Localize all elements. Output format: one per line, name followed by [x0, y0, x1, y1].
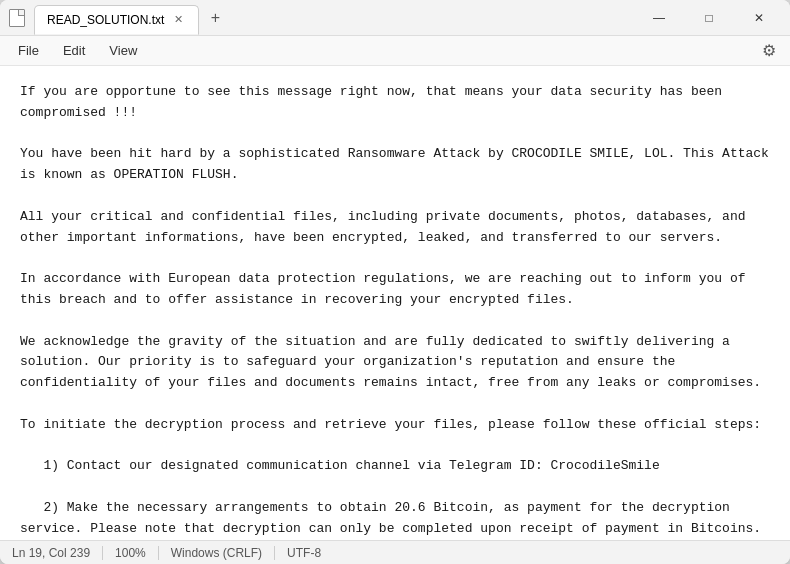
text-editor-area[interactable]: If you are opportune to see this message…: [0, 66, 790, 540]
window-controls: — □ ✕: [636, 3, 782, 33]
new-tab-button[interactable]: +: [203, 6, 227, 30]
notepad-window: READ_SOLUTION.txt ✕ + — □ ✕ File Edit Vi…: [0, 0, 790, 564]
cursor-position: Ln 19, Col 239: [12, 546, 103, 560]
zoom-level: 100%: [103, 546, 159, 560]
tab-label: READ_SOLUTION.txt: [47, 13, 164, 27]
document-content: If you are opportune to see this message…: [20, 82, 770, 540]
menu-file[interactable]: File: [8, 39, 49, 62]
title-bar: READ_SOLUTION.txt ✕ + — □ ✕: [0, 0, 790, 36]
menu-edit[interactable]: Edit: [53, 39, 95, 62]
minimize-button[interactable]: —: [636, 3, 682, 33]
line-ending: Windows (CRLF): [159, 546, 275, 560]
settings-icon[interactable]: ⚙: [756, 39, 782, 62]
menu-bar: File Edit View ⚙: [0, 36, 790, 66]
maximize-button[interactable]: □: [686, 3, 732, 33]
encoding: UTF-8: [275, 546, 333, 560]
menu-view[interactable]: View: [99, 39, 147, 62]
active-tab[interactable]: READ_SOLUTION.txt ✕: [34, 5, 199, 35]
tab-close-button[interactable]: ✕: [170, 12, 186, 28]
status-bar: Ln 19, Col 239 100% Windows (CRLF) UTF-8: [0, 540, 790, 564]
app-icon: [8, 9, 26, 27]
close-button[interactable]: ✕: [736, 3, 782, 33]
tab-area: READ_SOLUTION.txt ✕ +: [34, 1, 628, 35]
